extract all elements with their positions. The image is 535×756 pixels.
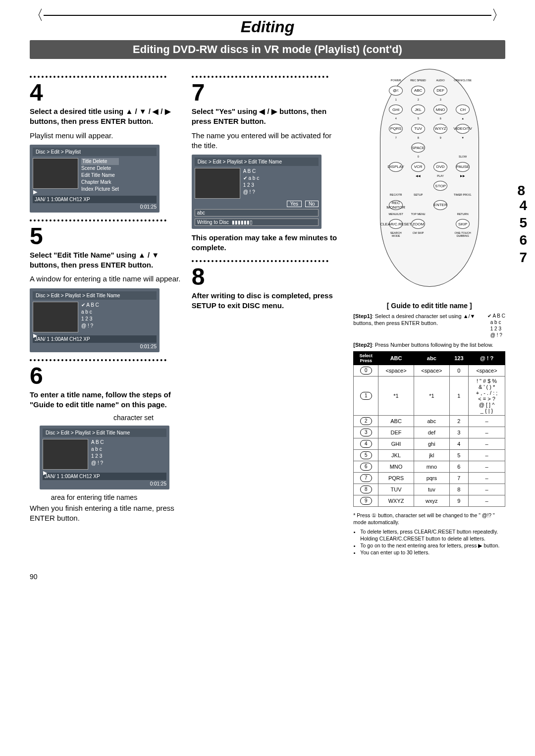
osd-edit-title: Disc > Edit > Playlist > Edit Title Name… [30,288,160,352]
remote-cell: SEARCH MODE [386,232,406,237]
page-number: 90 [30,573,505,581]
char-cell: ghi [414,438,449,450]
remote-cell [453,200,473,210]
charset-sample: ✔ A B C a b c 1 2 3 @ ! ? [487,313,505,338]
charset-abc-upper: A B C [91,439,104,446]
osd-breadcrumb: Disc > Edit > Playlist > Edit Title Name [195,158,319,166]
num-button-9: 9 [354,495,378,507]
osd-thumbnail: ▶ [33,158,78,189]
remote-cell: ▶▶ [453,175,473,178]
remote-cell: 2 [409,99,428,102]
osd-no-button: No [305,201,319,207]
play-icon: ▶ [43,470,47,476]
remote-cell [431,232,450,238]
play-icon: ▶ [33,189,37,195]
osd-status-line: JAN/ 1 1:00AM CH12 XP [43,473,166,480]
remote-cell: JKL [411,105,425,114]
remote-cell: 0 [409,156,428,159]
remote-cell: PQRS [389,124,403,134]
remote-cell: OPEN/CLOSE [453,79,473,82]
guide-step1: ✔ A B C a b c 1 2 3 @ ! ? [Step1]: Selec… [353,313,505,338]
callout-6: 6 [519,232,527,248]
num-button-5: 5 [354,450,378,461]
chapter-title: Editing [30,18,505,36]
step8-title: After writing to disc is completed, pres… [192,291,333,310]
divider [192,260,328,262]
osd-entering-name: Disc > Edit > Playlist > Edit Title Name… [40,426,169,489]
charset-abc-lower: a b c [81,309,99,316]
guide-bullet: You can enter up to 30 letters. [360,549,505,556]
remote-cell: 8 [409,137,428,140]
remote-cell: 4 [386,117,406,120]
remote-cell: REC SPEED [409,79,428,82]
char-cell: ABC [378,416,414,427]
num-button-3: 3 [354,427,378,438]
remote-cell: REC MONITOR [389,200,403,210]
char-cell: 2 [449,416,468,427]
char-cell: ! " # $ % & ' ( ) * + , - . / : ; < = > … [469,377,505,416]
guide-footnotes: * Press ① button, character set will be … [353,512,505,556]
remote-cell: SLOW [453,156,473,159]
remote-cell [431,213,450,216]
charset-list: ✔ A B C a b c 1 2 3 @ ! ? [81,302,99,332]
step6-title: To enter a title name, follow the steps … [30,390,171,409]
osd-yes-button: Yes [287,201,302,207]
osd-menu: Title Delete Scene Delete Edit Title Nam… [81,158,119,193]
remote-cell [386,181,406,191]
char-cell: 4 [449,438,468,450]
char-cell: abc [414,416,449,427]
remote-cell [409,181,428,191]
char-cell: WXYZ [378,495,414,507]
char-cell: <space> [469,365,505,377]
remote-cell: 9 [431,137,450,140]
remote-cell: 1 [386,99,406,102]
remote-cell: RETURN [453,213,473,216]
remote-cell: ENTER [433,200,447,210]
step-number-8: 8 [192,265,344,289]
divider [192,76,328,78]
char-table-corner: Select Press [354,352,378,365]
step6-body: When you finish entering a title name, p… [30,503,182,524]
char-cell: 1 [449,377,468,416]
char-cell: 3 [449,427,468,438]
osd-thumbnail: ▶ [33,302,78,332]
char-cell: – [469,484,505,495]
charset-list: A B C a b c 1 2 3 @ ! ? [91,439,104,470]
menu-item-scene-delete: Scene Delete [81,165,119,172]
divider [30,76,166,78]
remote-cell: 6 [431,117,450,120]
osd-thumbnail [195,168,240,199]
remote-cell: CH [456,105,470,114]
menu-item-edit-title-name: Edit Title Name [81,172,119,179]
charset-abc-upper: A B C [243,168,259,175]
caption-charset: character set [30,414,154,422]
remote-cell: TUV [411,124,425,134]
remote-cell: MENU/LIST [386,213,406,216]
osd-playlist-menu: Disc > Edit > Playlist ▶ Title Delete Sc… [30,145,160,213]
step7-body: The name you entered will be activated f… [192,131,344,151]
col-abc-lower: abc [414,352,449,365]
char-cell: jkl [414,450,449,461]
char-cell: – [469,450,505,461]
num-button-2: 2 [354,416,378,427]
callout-7: 7 [519,250,527,266]
header-rule: 〈 〉 [30,15,505,16]
remote-cell [386,156,406,159]
remote-cell: ▲ [453,117,473,120]
osd-breadcrumb: Disc > Edit > Playlist > Edit Title Name [43,429,166,437]
star-note: * Press ① button, character set will be … [353,512,505,526]
remote-cell [386,175,406,178]
remote-cell: SKIP [456,219,470,229]
remote-cell [453,143,473,153]
play-icon: ▶ [33,332,37,339]
char-cell: – [469,427,505,438]
remote-cell: VCR [411,162,425,172]
osd-time: 0:01:25 [33,344,157,349]
osd-status-line: JAN/ 1 1:00AM CH12 XP [33,196,157,203]
char-cell: MNO [378,461,414,473]
char-cell: 0 [449,365,468,377]
char-cell: – [469,416,505,427]
remote-cell: SPACE [411,143,425,153]
char-cell: DEF [378,427,414,438]
remote-cell [453,86,473,96]
